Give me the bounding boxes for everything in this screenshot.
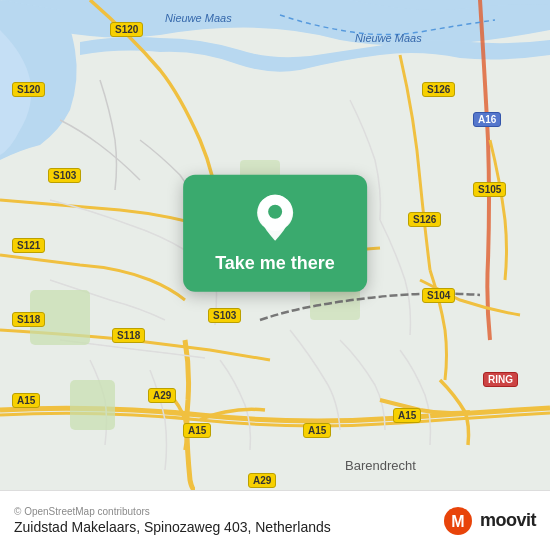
road-badge-s105: S105: [473, 182, 506, 197]
road-badge-a15-mid1: A15: [183, 423, 211, 438]
road-badge-s103-mid: S103: [208, 308, 241, 323]
road-badge-a29-bot: A29: [248, 473, 276, 488]
road-badge-s121: S121: [12, 238, 45, 253]
road-badge-ring: RING: [483, 372, 518, 387]
label-barendrecht: Barendrecht: [345, 458, 416, 473]
moovit-bus-icon: M: [442, 505, 474, 537]
road-badge-a16: A16: [473, 112, 501, 127]
road-badge-s126-top: S126: [422, 82, 455, 97]
location-pin-icon: [254, 193, 296, 245]
road-badge-a15-left: A15: [12, 393, 40, 408]
road-badge-s120-left: S120: [12, 82, 45, 97]
road-badge-s103-left: S103: [48, 168, 81, 183]
road-badge-s126-mid: S126: [408, 212, 441, 227]
svg-rect-4: [70, 380, 115, 430]
road-badge-s120-top: S120: [110, 22, 143, 37]
road-badge-s118-left: S118: [12, 312, 45, 327]
road-badge-a15-mid3: A15: [393, 408, 421, 423]
road-badge-s104: S104: [422, 288, 455, 303]
svg-point-6: [268, 205, 282, 219]
map-container: Take me there S120 S120 S103 S121 S118 S…: [0, 0, 550, 490]
moovit-logo: M moovit: [442, 505, 536, 537]
attribution-text: © OpenStreetMap contributors: [14, 506, 331, 517]
road-badge-a15-mid2: A15: [303, 423, 331, 438]
road-badge-a29-left: A29: [148, 388, 176, 403]
moovit-logo-text: moovit: [480, 510, 536, 531]
label-nieuwe-maas-top: Nieuwe Maas: [165, 12, 232, 24]
take-me-there-button-label: Take me there: [215, 253, 335, 274]
bottom-info: © OpenStreetMap contributors Zuidstad Ma…: [14, 506, 331, 535]
address-text: Zuidstad Makelaars, Spinozaweg 403, Neth…: [14, 519, 331, 535]
bottom-bar: © OpenStreetMap contributors Zuidstad Ma…: [0, 490, 550, 550]
location-icon-wrap: [249, 193, 301, 245]
svg-text:M: M: [451, 513, 464, 530]
label-nieuwe-maas-right: Nieuwe Maas: [355, 32, 422, 44]
road-badge-s118-mid: S118: [112, 328, 145, 343]
cta-card[interactable]: Take me there: [183, 175, 367, 292]
